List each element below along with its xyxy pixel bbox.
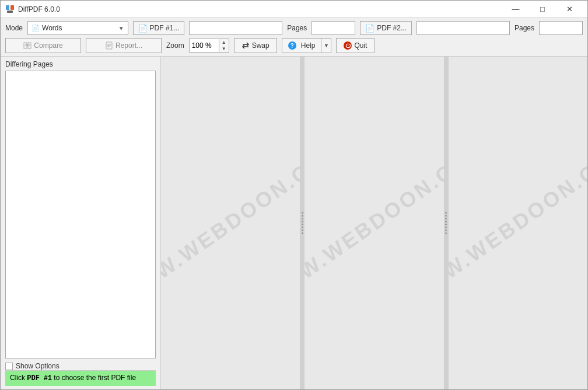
help-icon: ? — [288, 41, 296, 50]
pdf2-button-label: PDF #2... — [377, 24, 407, 32]
title-bar: DiffPDF 6.0.0 — □ ✕ — [1, 1, 587, 18]
quit-button[interactable]: ⏻ Quit — [336, 38, 374, 53]
show-options-row: Show Options — [5, 362, 156, 370]
mode-dropdown[interactable]: 📄 Words ▼ — [27, 21, 128, 35]
splitter2[interactable] — [444, 57, 449, 389]
title-bar-controls: — □ ✕ — [502, 1, 583, 18]
svg-rect-2 — [7, 11, 13, 13]
quit-button-label: Quit — [354, 41, 367, 50]
pdf3-panel: WWW.WEBDOON.COM — [449, 57, 587, 389]
main-area: Differing Pages Show Options Click PDF #… — [1, 57, 587, 389]
splitter-dot — [445, 215, 447, 217]
splitter-dot — [445, 229, 447, 231]
status-bar: Click PDF #1 to choose the first PDF fil… — [5, 370, 156, 386]
mode-value: Words — [42, 24, 62, 32]
splitter-dot — [302, 224, 303, 225]
swap-button[interactable]: Swap — [234, 38, 277, 53]
swap-button-label: Swap — [252, 41, 270, 50]
left-panel: Differing Pages Show Options Click PDF #… — [1, 57, 161, 389]
app-title: DiffPDF 6.0.0 — [18, 5, 60, 13]
pdf2-pages-input[interactable] — [539, 21, 583, 35]
show-options-label: Show Options — [16, 362, 60, 370]
help-group: ? Help ▼ — [282, 38, 332, 53]
zoom-up-button[interactable]: ▲ — [219, 39, 229, 46]
pdf1-watermark: WWW.WEBDOON.COM — [161, 57, 300, 389]
pdf2-pages-label: Pages — [514, 24, 534, 32]
pdf2-icon: 📄 — [365, 24, 374, 33]
splitter-dot — [302, 221, 303, 222]
show-options-checkbox[interactable] — [5, 363, 13, 370]
toolbar: Mode 📄 Words ▼ 📄 PDF #1... Pages 📄 PDF #… — [1, 18, 587, 57]
swap-icon — [242, 41, 250, 50]
svg-rect-1 — [10, 5, 14, 10]
mode-icon: 📄 — [32, 25, 40, 32]
pdf2-panel: WWW.WEBDOON.COM — [304, 57, 443, 389]
help-button-label: Help — [301, 41, 316, 50]
close-button[interactable]: ✕ — [556, 1, 583, 18]
svg-rect-0 — [6, 5, 9, 10]
toolbar-line1: Mode 📄 Words ▼ 📄 PDF #1... Pages 📄 PDF #… — [5, 21, 583, 35]
compare-button[interactable]: Compare — [5, 38, 81, 53]
splitter-dot — [302, 229, 303, 231]
zoom-wrapper: ▲ ▼ — [189, 39, 229, 53]
app-icon — [5, 5, 15, 14]
zoom-down-button[interactable]: ▼ — [219, 46, 229, 52]
app-window: DiffPDF 6.0.0 — □ ✕ Mode 📄 Words ▼ 📄 PDF… — [0, 0, 588, 390]
quit-icon: ⏻ — [344, 41, 352, 50]
watermark1-text: WWW.WEBDOON.COM — [161, 137, 300, 309]
watermark2-text: WWW.WEBDOON.COM — [304, 137, 443, 309]
pdf1-pages-input[interactable] — [312, 21, 355, 35]
splitter-dot — [302, 232, 303, 234]
report-button-label: Report... — [116, 41, 142, 50]
mode-label: Mode — [5, 24, 23, 32]
splitter-dot — [302, 227, 303, 228]
splitter-dot — [445, 221, 447, 222]
compare-button-label: Compare — [34, 41, 62, 50]
pdf2-path-input[interactable] — [416, 21, 510, 35]
help-dropdown-button[interactable]: ▼ — [321, 38, 331, 53]
splitter-dot — [445, 227, 447, 228]
maximize-button[interactable]: □ — [529, 1, 556, 18]
report-button[interactable]: Report... — [86, 38, 162, 53]
differing-pages-list[interactable] — [5, 71, 156, 358]
report-icon — [105, 41, 113, 50]
splitter-dot — [302, 218, 303, 220]
zoom-spinner: ▲ ▼ — [219, 39, 229, 52]
splitter1[interactable] — [300, 57, 304, 389]
help-button[interactable]: ? Help — [282, 38, 321, 53]
right-panels: WWW.WEBDOON.COM WWW.WEBDOON.COM — [161, 57, 587, 389]
toolbar-line2: Compare Report... Zoom ▲ ▼ — [5, 38, 583, 53]
zoom-label: Zoom — [166, 41, 184, 50]
pdf3-watermark: WWW.WEBDOON.COM — [449, 57, 587, 389]
watermark3-text: WWW.WEBDOON.COM — [449, 137, 587, 309]
pdf1-button-label: PDF #1... — [150, 24, 180, 32]
mode-dropdown-arrow: ▼ — [118, 25, 124, 32]
pdf2-button[interactable]: 📄 PDF #2... — [360, 21, 412, 35]
splitter-dot — [445, 212, 447, 214]
pdf1-pages-label: Pages — [287, 24, 307, 32]
splitter-dot — [445, 218, 447, 220]
pdf1-icon: 📄 — [138, 24, 148, 33]
differing-pages-label: Differing Pages — [5, 60, 156, 68]
pdf2-watermark: WWW.WEBDOON.COM — [304, 57, 443, 389]
splitter-dot — [302, 215, 303, 217]
pdf1-path-input[interactable] — [189, 21, 282, 35]
minimize-button[interactable]: — — [502, 1, 529, 18]
zoom-input[interactable] — [190, 39, 219, 52]
title-bar-left: DiffPDF 6.0.0 — [5, 5, 60, 14]
splitter-dot — [302, 212, 303, 214]
splitter-dot — [445, 232, 447, 234]
compare-icon — [23, 41, 32, 50]
pdf1-button[interactable]: 📄 PDF #1... — [133, 21, 185, 35]
splitter-dot — [445, 224, 447, 225]
pdf1-panel: WWW.WEBDOON.COM — [161, 57, 300, 389]
